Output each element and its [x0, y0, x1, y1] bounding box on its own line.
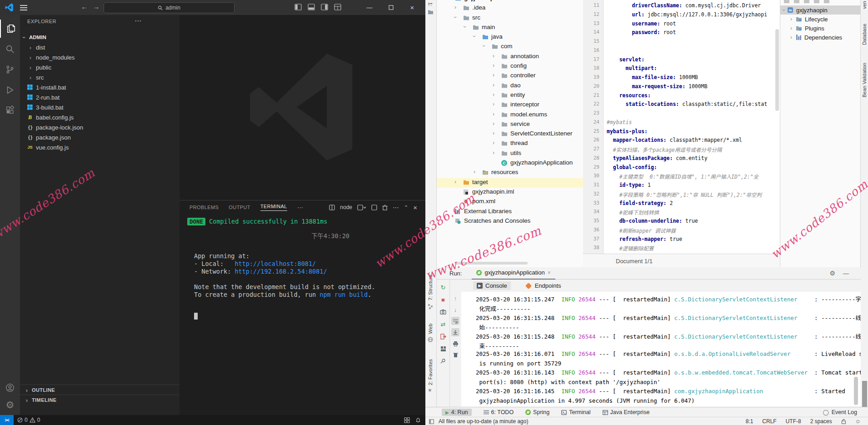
stop-icon[interactable]: ■ — [439, 295, 447, 304]
close-button[interactable]: × — [405, 0, 419, 15]
print-icon[interactable] — [451, 340, 459, 348]
tab-endpoints[interactable]: Endpoints — [526, 282, 561, 289]
down-stacktrace-icon[interactable]: ↓ — [451, 305, 459, 314]
indent-setting[interactable]: 2 spaces — [810, 418, 832, 425]
file-row[interactable]: 2-run.bat — [20, 92, 180, 102]
toggle-sidebar-icon[interactable] — [294, 4, 302, 10]
yaml-editor[interactable]: 11 driverClassName: com.mysql.cj.jdbc.Dr… — [583, 0, 780, 254]
toolbutton-project[interactable]: 1: — [428, 1, 434, 15]
tree-item[interactable]: ›controller — [437, 71, 583, 81]
tree-item-external-libraries[interactable]: External Libraries — [437, 207, 583, 217]
explorer-more-icon[interactable]: ⋯ — [135, 17, 141, 25]
ide-errors-icon[interactable]: ☺ — [855, 418, 861, 425]
panel-more-icon[interactable]: ⋯ — [393, 204, 399, 211]
file-row[interactable]: 3-build.bat — [20, 102, 180, 112]
new-terminal-dropdown[interactable] — [357, 205, 366, 210]
tree-item[interactable]: ›interceptor — [437, 100, 583, 110]
minimize-button[interactable]: — — [363, 0, 376, 15]
tree-item-root[interactable]: gxjyzhaopin — [437, 0, 583, 4]
folder-row[interactable]: ›public — [20, 62, 180, 72]
hide-panel-icon[interactable]: — — [843, 270, 849, 277]
toolbutton-spring[interactable]: Spring — [525, 409, 549, 415]
toggle-panel-icon[interactable] — [308, 4, 315, 10]
tree-item-scratches[interactable]: Scratches and Consoles — [437, 217, 583, 226]
folder-row[interactable]: ›src — [20, 72, 180, 82]
close-tab-icon[interactable]: × — [548, 270, 551, 276]
rerun-failed-icon[interactable]: ⇄ — [439, 320, 447, 328]
toolbutton-database[interactable]: Database — [862, 24, 867, 45]
explorer-tab-icon[interactable] — [0, 20, 21, 38]
tree-item[interactable]: ›resources — [437, 168, 583, 178]
customize-layout-icon[interactable] — [334, 4, 341, 10]
folder-row[interactable]: ›node_modules — [20, 52, 180, 62]
toolbutton-favorites[interactable]: 2: Favorites ★ — [428, 359, 433, 393]
lock-icon[interactable] — [841, 419, 846, 424]
outline-section[interactable]: › OUTLINE — [20, 385, 180, 395]
exit-icon[interactable] — [439, 332, 447, 340]
file-row[interactable]: { }package.json — [20, 132, 180, 142]
run-settings-gear-icon[interactable]: ⚙ — [829, 270, 835, 277]
run-configuration-tab[interactable]: gxjyzhaopinApplication × — [472, 267, 555, 280]
toolbutton-bean-validation[interactable]: Bean Validation — [862, 63, 867, 97]
scroll-to-end-icon[interactable] — [451, 328, 459, 336]
toolbutton-web[interactable]: Web — [428, 324, 433, 342]
timeline-section[interactable]: › TIMELINE — [20, 395, 180, 405]
panel-tabs-more-icon[interactable]: ⋯ — [297, 204, 304, 211]
notifications-bell-icon[interactable] — [415, 417, 421, 423]
toolwindow-toggle-icon[interactable] — [429, 419, 434, 424]
clear-console-icon[interactable] — [451, 351, 459, 359]
toolbutton-run[interactable]: ▶4: Run — [442, 409, 472, 416]
problems-status[interactable]: 0 0 — [17, 417, 40, 423]
tree-item[interactable]: ›config — [437, 62, 583, 71]
local-url-link[interactable]: http://localhost:8081/ — [234, 260, 316, 267]
toolbutton-maven[interactable]: ven — [862, 1, 867, 9]
shell-name[interactable]: node — [340, 204, 352, 210]
tree-item[interactable]: pom.xml — [437, 197, 583, 207]
toolbutton-java-enterprise[interactable]: Java Enterprise — [603, 409, 650, 415]
tree-item[interactable]: ›java — [437, 33, 583, 42]
ports-icon[interactable] — [404, 417, 410, 423]
tree-item[interactable]: ›dao — [437, 81, 583, 91]
file-row[interactable]: { }package-lock.json — [20, 122, 180, 132]
console-output[interactable]: 2025-03-20 16:31:15.247 INFO 26544 --- [… — [461, 292, 861, 407]
extensions-tab-icon[interactable] — [0, 101, 20, 120]
file-row[interactable]: 1-install.bat — [20, 82, 180, 92]
back-arrow-icon[interactable]: ← — [81, 3, 88, 10]
tree-horizontal-scrollbar[interactable] — [455, 262, 528, 265]
maven-item[interactable]: ›Lifecycle — [780, 15, 861, 24]
tree-item-main-class[interactable]: CgxjyzhaopinApplication — [437, 159, 583, 168]
command-center-search[interactable]: admin — [104, 2, 234, 13]
file-row[interactable]: JSvue.config.js — [20, 142, 180, 152]
soft-wrap-icon[interactable] — [451, 317, 459, 325]
tree-item[interactable]: ›src — [437, 14, 583, 23]
console-scrollbar[interactable] — [854, 377, 858, 405]
tab-problems[interactable]: PROBLEMS — [190, 205, 219, 210]
settings-gear-icon[interactable]: ⚙ — [0, 396, 20, 414]
source-control-tab-icon[interactable] — [0, 60, 20, 79]
run-debug-tab-icon[interactable] — [0, 81, 20, 99]
layout-icon[interactable] — [439, 345, 447, 353]
tree-item[interactable]: ›service — [437, 120, 583, 130]
explorer-root-row[interactable]: › ADMIN — [20, 32, 180, 42]
line-ending[interactable]: CRLF — [762, 418, 776, 425]
menu-icon[interactable] — [20, 4, 27, 11]
tab-console[interactable]: ▶Console — [473, 281, 511, 290]
tab-terminal[interactable]: TERMINAL — [260, 204, 287, 211]
screenshot-icon[interactable] — [439, 308, 447, 316]
caret-position[interactable]: 8:1 — [746, 418, 753, 425]
maven-item[interactable]: ›Plugins — [780, 24, 861, 33]
event-log-button[interactable]: ◯Event Log — [823, 409, 857, 415]
toolbutton-todo[interactable]: 6: TODO — [484, 409, 514, 415]
tree-item[interactable]: ›annotation — [437, 52, 583, 62]
tree-item[interactable]: ›com — [437, 42, 583, 52]
folder-row[interactable]: ›dist — [20, 42, 180, 52]
editor-scrollbar[interactable] — [775, 29, 779, 111]
pin-icon[interactable] — [439, 357, 447, 365]
maximize-button[interactable] — [384, 0, 398, 15]
tree-item[interactable]: ›model.enums — [437, 110, 583, 120]
forward-arrow-icon[interactable]: → — [93, 3, 100, 10]
maven-item[interactable]: ›Dependencies — [780, 33, 861, 42]
encoding[interactable]: UTF-8 — [786, 418, 801, 425]
panel-maximize-icon[interactable]: ⌃ — [404, 205, 408, 210]
file-row[interactable]: Bbabel.config.js — [20, 112, 180, 122]
